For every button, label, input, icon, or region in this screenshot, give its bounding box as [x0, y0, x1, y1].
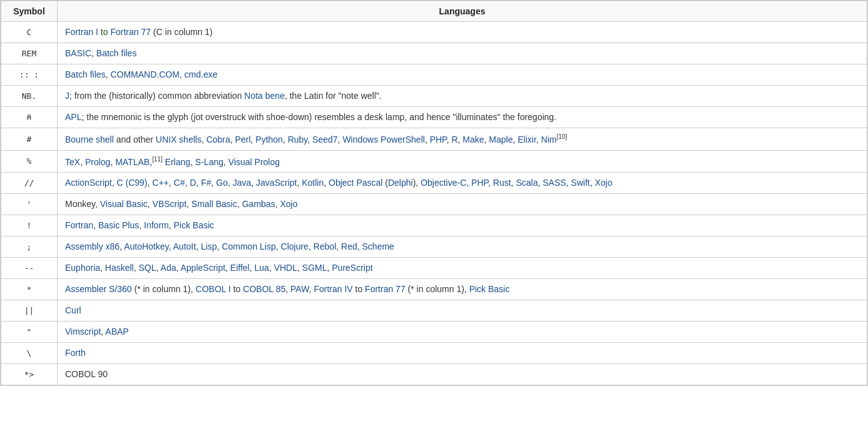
symbol-cell: \	[1, 343, 58, 364]
language-cell: Monkey, Visual Basic, VBScript, Small Ba…	[58, 194, 867, 215]
symbol-cell: !	[1, 215, 58, 236]
language-cell: Batch files, COMMAND.COM, cmd.exe	[58, 64, 867, 86]
language-cell: Fortran I to Fortran 77 (C in column 1)	[58, 22, 867, 43]
table-row: #Bourne shell and other UNIX shells, Cob…	[1, 128, 867, 151]
table-row: ||Curl	[1, 300, 867, 322]
table-row: //ActionScript, C (C99), C++, C#, D, F#,…	[1, 173, 867, 194]
table-row: REMBASIC, Batch files	[1, 43, 867, 64]
language-cell: Assembly x86, AutoHotkey, AutoIt, Lisp, …	[58, 236, 867, 258]
language-cell: Vimscript, ABAP	[58, 322, 867, 343]
language-cell: Forth	[58, 343, 867, 364]
symbol-cell: :: :	[1, 64, 58, 86]
language-cell: APL; the mnemonic is the glyph (jot over…	[58, 107, 867, 128]
language-cell: Curl	[58, 300, 867, 322]
table-row: --Euphoria, Haskell, SQL, Ada, AppleScri…	[1, 258, 867, 279]
table-row: *>COBOL 90	[1, 364, 867, 385]
symbol-cell: '	[1, 194, 58, 215]
symbol-header: Symbol	[1, 1, 58, 22]
table-row: "Vimscript, ABAP	[1, 322, 867, 343]
table-row: %TeX, Prolog, MATLAB,[11] Erlang, S-Lang…	[1, 150, 867, 173]
language-cell: J; from the (historically) common abbrev…	[58, 86, 867, 107]
symbol-cell: //	[1, 173, 58, 194]
symbol-cell: "	[1, 322, 58, 343]
symbol-cell: *	[1, 279, 58, 300]
symbol-cell: %	[1, 150, 58, 173]
language-cell: ActionScript, C (C99), C++, C#, D, F#, G…	[58, 173, 867, 194]
symbol-cell: ⍝	[1, 107, 58, 128]
table-row: 'Monkey, Visual Basic, VBScript, Small B…	[1, 194, 867, 215]
table-row: CFortran I to Fortran 77 (C in column 1)	[1, 22, 867, 43]
table-row: ⍝APL; the mnemonic is the glyph (jot ove…	[1, 107, 867, 128]
language-cell: Bourne shell and other UNIX shells, Cobr…	[58, 128, 867, 151]
language-cell: BASIC, Batch files	[58, 43, 867, 64]
language-cell: Assembler S/360 (* in column 1), COBOL I…	[58, 279, 867, 300]
table-row: ;Assembly x86, AutoHotkey, AutoIt, Lisp,…	[1, 236, 867, 258]
main-table-wrapper: Symbol Languages CFortran I to Fortran 7…	[0, 0, 868, 386]
symbol-cell: C	[1, 22, 58, 43]
language-cell: Euphoria, Haskell, SQL, Ada, AppleScript…	[58, 258, 867, 279]
language-cell: TeX, Prolog, MATLAB,[11] Erlang, S-Lang,…	[58, 150, 867, 173]
language-cell: COBOL 90	[58, 364, 867, 385]
languages-header: Languages	[58, 1, 867, 22]
symbol-cell: --	[1, 258, 58, 279]
language-cell: Fortran, Basic Plus, Inform, Pick Basic	[58, 215, 867, 236]
symbol-cell: #	[1, 128, 58, 151]
symbol-cell: NB.	[1, 86, 58, 107]
table-row: *Assembler S/360 (* in column 1), COBOL …	[1, 279, 867, 300]
table-row: \Forth	[1, 343, 867, 364]
symbol-cell: *>	[1, 364, 58, 385]
symbol-cell: REM	[1, 43, 58, 64]
symbol-cell: ||	[1, 300, 58, 322]
table-row: !Fortran, Basic Plus, Inform, Pick Basic	[1, 215, 867, 236]
table-row: :: :Batch files, COMMAND.COM, cmd.exe	[1, 64, 867, 86]
table-row: NB.J; from the (historically) common abb…	[1, 86, 867, 107]
symbol-cell: ;	[1, 236, 58, 258]
languages-table: Symbol Languages CFortran I to Fortran 7…	[1, 1, 867, 385]
table-header-row: Symbol Languages	[1, 1, 867, 22]
